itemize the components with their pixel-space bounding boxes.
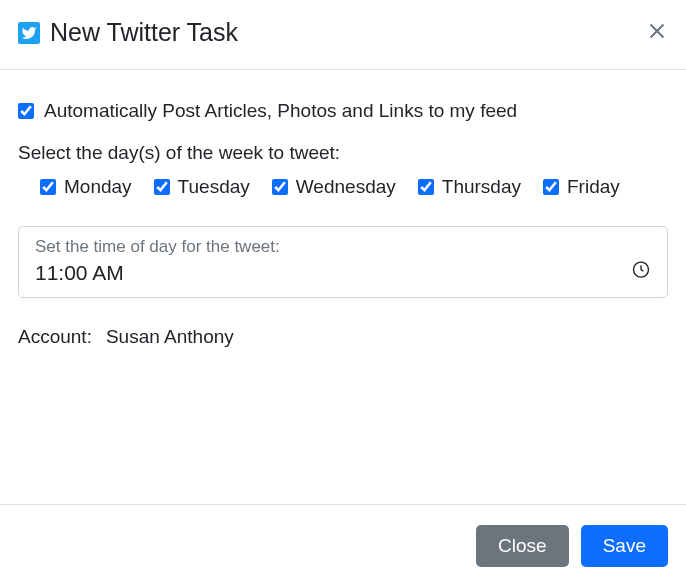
auto-post-row: Automatically Post Articles, Photos and … [18,100,668,124]
twitter-task-modal: New Twitter Task Automatically Post Arti… [0,0,686,585]
day-monday[interactable]: Monday [40,176,132,198]
day-monday-checkbox[interactable] [40,179,56,195]
days-row: Monday Tuesday Wednesday Thursday Friday [40,176,668,198]
days-prompt: Select the day(s) of the week to tweet: [18,142,668,164]
auto-post-checkbox[interactable] [18,103,34,119]
close-icon[interactable] [646,20,668,46]
day-thursday-checkbox[interactable] [418,179,434,195]
modal-body: Automatically Post Articles, Photos and … [0,70,686,504]
auto-post-label: Automatically Post Articles, Photos and … [44,100,517,122]
header-left: New Twitter Task [18,18,238,47]
account-label: Account: [18,326,92,348]
modal-header: New Twitter Task [0,0,686,70]
account-value: Susan Anthony [106,326,234,348]
day-thursday-label: Thursday [442,176,521,198]
clock-icon[interactable] [631,260,651,284]
save-button[interactable]: Save [581,525,668,567]
account-row: Account: Susan Anthony [18,326,668,348]
twitter-icon [18,22,40,44]
day-thursday[interactable]: Thursday [418,176,521,198]
day-friday[interactable]: Friday [543,176,620,198]
time-input-box[interactable]: Set the time of day for the tweet: [18,226,668,298]
modal-footer: Close Save [0,504,686,585]
day-tuesday-checkbox[interactable] [154,179,170,195]
close-button[interactable]: Close [476,525,569,567]
day-wednesday-label: Wednesday [296,176,396,198]
day-friday-label: Friday [567,176,620,198]
day-friday-checkbox[interactable] [543,179,559,195]
day-wednesday-checkbox[interactable] [272,179,288,195]
day-wednesday[interactable]: Wednesday [272,176,396,198]
time-label: Set the time of day for the tweet: [35,237,651,257]
day-tuesday[interactable]: Tuesday [154,176,250,198]
modal-title: New Twitter Task [50,18,238,47]
time-input[interactable] [35,261,589,285]
day-tuesday-label: Tuesday [178,176,250,198]
day-monday-label: Monday [64,176,132,198]
auto-post-checkbox-wrap[interactable]: Automatically Post Articles, Photos and … [18,100,517,122]
